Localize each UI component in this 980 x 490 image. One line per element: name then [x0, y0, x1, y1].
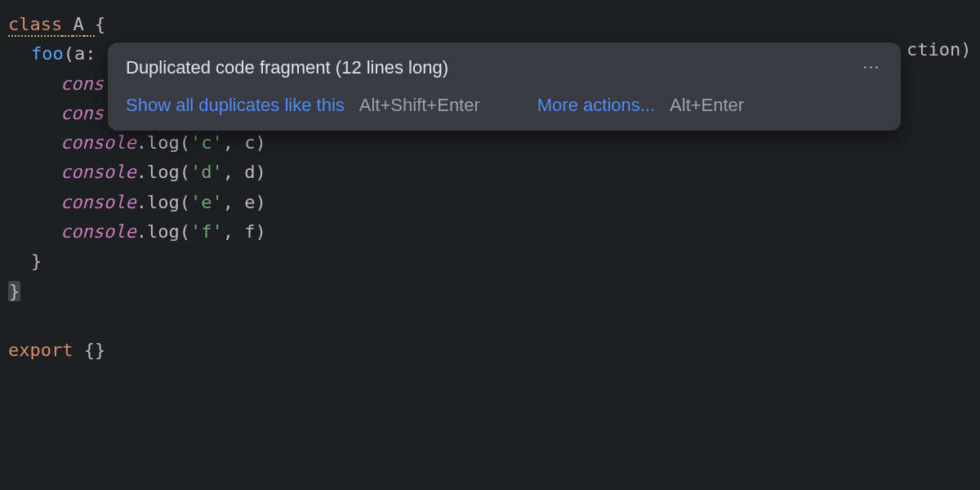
- more-vertical-icon[interactable]: ⋮: [862, 59, 883, 77]
- tooltip-title: Duplicated code fragment (12 lines long): [126, 57, 448, 78]
- code-line: }: [8, 247, 972, 276]
- code-line: console.log('f', f): [8, 217, 972, 247]
- code-line: console.log('e', e): [8, 188, 972, 217]
- code-line: console.log('c', c): [8, 128, 972, 158]
- shortcut-hint: Alt+Shift+Enter: [359, 95, 480, 116]
- obscured-code-text: ction): [906, 39, 971, 60]
- keyword-class: class: [8, 14, 62, 37]
- method-name: foo: [31, 43, 64, 64]
- code-line: console.log('d', d): [8, 158, 972, 187]
- blank-line: [8, 306, 972, 336]
- keyword-export: export: [8, 340, 73, 360]
- open-brace: {: [95, 14, 105, 34]
- more-actions-link[interactable]: More actions...: [537, 95, 655, 116]
- matching-brace: }: [8, 281, 20, 301]
- class-name: A: [73, 14, 83, 37]
- code-line: class A {: [8, 10, 972, 39]
- show-all-duplicates-link[interactable]: Show all duplicates like this: [126, 95, 345, 116]
- inspection-tooltip: Duplicated code fragment (12 lines long)…: [108, 42, 901, 131]
- code-line: export {}: [8, 336, 972, 365]
- shortcut-hint: Alt+Enter: [670, 95, 744, 116]
- code-line: }: [8, 277, 972, 306]
